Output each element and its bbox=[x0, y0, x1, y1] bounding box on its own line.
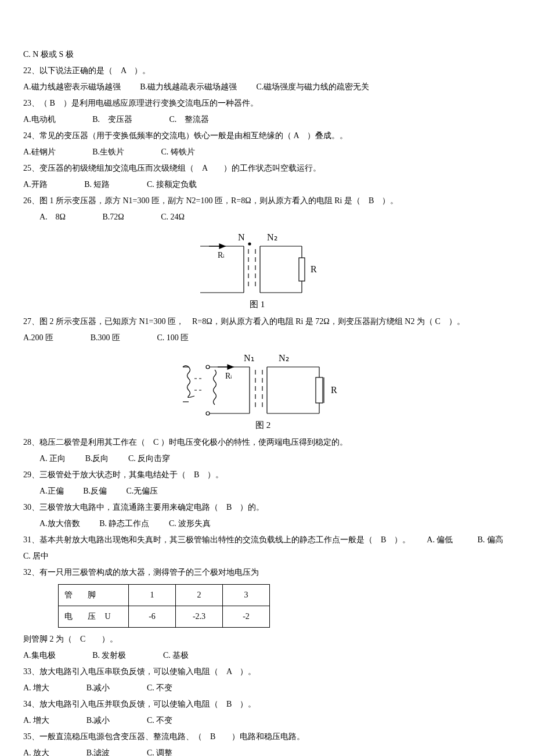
fig2-n2-label: N₂ bbox=[279, 353, 289, 363]
q30-stem: 30、三极管放大电路中，直流通路主要用来确定电路（ B ）的。 bbox=[23, 499, 511, 516]
q23-c: C. 整流器 bbox=[169, 115, 209, 124]
q35-b: B.滤波 bbox=[86, 748, 110, 756]
fig2-caption: 图 2 bbox=[255, 420, 270, 430]
q24-options: A.硅钢片 B.生铁片 C. 铸铁片 bbox=[23, 144, 511, 160]
q27-b: B.300 匝 bbox=[91, 333, 120, 342]
fig1-ri-label: Rᵢ bbox=[218, 251, 225, 260]
q25-options: A.开路 B. 短路 C. 接额定负载 bbox=[23, 177, 511, 193]
q28-stem: 28、稳压二极管是利用其工作在（ C ）时电压变化极小的特性，使两端电压得到稳定… bbox=[23, 434, 511, 451]
q26-b: B.72Ω bbox=[103, 213, 124, 221]
figure-2: N₁ N₂ Rᵢ R 图 2 bbox=[174, 350, 360, 431]
q32-stem: 32、有一只用三极管构成的放大器，测得管子的三个极对地电压为 bbox=[23, 564, 511, 581]
q22-a: A.磁力线越密表示磁场越强 bbox=[23, 82, 121, 91]
q34-c: C. 不变 bbox=[147, 716, 172, 725]
q22-c: C.磁场强度与磁力线的疏密无关 bbox=[256, 82, 369, 91]
table-header-2: 2 bbox=[176, 585, 223, 606]
fig1-n2-label: N₂ bbox=[267, 232, 277, 242]
q27-options: A.200 匝 B.300 匝 C. 100 匝 bbox=[23, 330, 511, 346]
q24-stem: 24、常见的变压器（用于变换低频率的交流电）铁心一般是由相互绝缘的（ A ）叠成… bbox=[23, 128, 511, 144]
q25-a: A.开路 bbox=[23, 180, 48, 189]
table-cell-1: -6 bbox=[129, 606, 176, 628]
q33-b: B.减小 bbox=[86, 683, 110, 692]
q35-stem: 35、一般直流稳压电源包含变压器、整流电路、（ B ）电路和稳压电路。 bbox=[23, 729, 511, 745]
q30-a: A.放大倍数 bbox=[39, 519, 80, 528]
svg-point-19 bbox=[206, 412, 210, 415]
fig1-caption: 图 1 bbox=[250, 300, 265, 309]
fig2-r-label: R bbox=[331, 385, 337, 395]
q23-options: A.电动机 B. 变压器 C. 整流器 bbox=[23, 111, 511, 128]
q26-c: C. 24Ω bbox=[161, 213, 185, 221]
q32-b: B. 发射极 bbox=[92, 651, 126, 660]
q23-a: A.电动机 bbox=[23, 115, 56, 124]
q25-b: B. 短路 bbox=[84, 180, 110, 189]
q26-a: A. 8Ω bbox=[39, 213, 66, 221]
q32-options: A.集电极 B. 发射极 C. 基极 bbox=[23, 647, 511, 664]
q27-c: C. 100 匝 bbox=[157, 333, 189, 342]
q24-a: A.硅钢片 bbox=[23, 147, 56, 156]
svg-rect-12 bbox=[299, 258, 305, 281]
q32-a: A.集电极 bbox=[23, 651, 56, 660]
q35-options: A. 放大 B.滤波 C. 调整 bbox=[23, 745, 511, 756]
q32-tail: 则管脚 2 为（ C ）。 bbox=[23, 631, 511, 647]
fig2-n1-label: N₁ bbox=[244, 353, 254, 363]
table-cell-3: -2 bbox=[223, 606, 270, 628]
q26-options: A. 8Ω B.72Ω C. 24Ω bbox=[23, 209, 511, 225]
q26-stem: 26、图 1 所示变压器，原方 N1=300 匝，副方 N2=100 匝，R=8… bbox=[23, 193, 511, 209]
q33-c: C. 不变 bbox=[147, 683, 172, 692]
q34-b: B.减小 bbox=[86, 716, 110, 725]
q28-b: B.反向 bbox=[85, 454, 109, 463]
q21-option-c: C. N 极或 S 极 bbox=[23, 46, 511, 63]
svg-marker-23 bbox=[228, 365, 233, 369]
svg-point-5 bbox=[248, 243, 251, 245]
q22-stem: 22、以下说法正确的是（ A ）。 bbox=[23, 63, 511, 79]
q25-stem: 25、变压器的初级绕组加交流电压而次级绕组（ A ）的工作状态叫空载运行。 bbox=[23, 160, 511, 177]
q35-a: A. 放大 bbox=[23, 748, 49, 756]
q30-b: B. 静态工作点 bbox=[99, 519, 149, 528]
q25-c: C. 接额定负载 bbox=[147, 180, 197, 189]
q29-stem: 29、三极管处于放大状态时，其集电结处于（ B ）。 bbox=[23, 467, 511, 483]
q28-c: C. 反向击穿 bbox=[128, 454, 170, 463]
table-header-3: 3 bbox=[223, 585, 270, 606]
q30-options: A.放大倍数 B. 静态工作点 C. 波形失真 bbox=[23, 516, 511, 532]
q24-c: C. 铸铁片 bbox=[161, 147, 194, 156]
q34-options: A. 增大 B.减小 C. 不变 bbox=[23, 712, 511, 729]
table-header-1: 1 bbox=[129, 585, 176, 606]
svg-marker-3 bbox=[219, 244, 225, 249]
q33-a: A. 增大 bbox=[23, 683, 49, 692]
q29-b: B.反偏 bbox=[83, 487, 107, 495]
q31-stem: 31、基本共射放大电路出现饱和失真时，其三极管输出特性的交流负载线上的静态工作点… bbox=[23, 532, 511, 564]
svg-point-18 bbox=[206, 365, 210, 369]
q24-b: B.生铁片 bbox=[92, 147, 124, 156]
q28-options: A. 正向 B.反向 C. 反向击穿 bbox=[23, 451, 511, 467]
q23-stem: 23、（ B ）是利用电磁感应原理进行变换交流电压的一种器件。 bbox=[23, 95, 511, 111]
table-header-pin: 管 脚 bbox=[59, 585, 129, 606]
q32-c: C. 基极 bbox=[163, 651, 189, 660]
table-cell-2: -2.3 bbox=[176, 606, 223, 628]
table-row-voltage-label: 电 压 U bbox=[59, 606, 129, 628]
q27-a: A.200 匝 bbox=[23, 333, 53, 342]
q22-options: A.磁力线越密表示磁场越强 B.磁力线越疏表示磁场越强 C.磁场强度与磁力线的疏… bbox=[23, 79, 511, 95]
q34-a: A. 增大 bbox=[23, 716, 49, 725]
q33-stem: 33、放大电路引入电压串联负反馈，可以使输入电阻（ A ）。 bbox=[23, 664, 511, 680]
fig2-ri-label: Rᵢ bbox=[225, 372, 232, 380]
q22-b: B.磁力线越疏表示磁场越强 bbox=[140, 82, 237, 91]
q34-stem: 34、放大电路引入电压并联负反馈，可以使输入电阻（ B ）。 bbox=[23, 696, 511, 712]
q32-table: 管 脚 1 2 3 电 压 U -6 -2.3 -2 bbox=[58, 584, 270, 628]
q28-a: A. 正向 bbox=[39, 454, 66, 463]
q23-b: B. 变压器 bbox=[92, 115, 132, 124]
q35-c: C. 调整 bbox=[147, 748, 172, 756]
figure-1: N N₂ Rᵢ R 图 1 bbox=[186, 229, 348, 310]
fig1-r-label: R bbox=[311, 264, 317, 274]
q27-stem: 27、图 2 所示变压器，已知原方 N1=300 匝， R=8Ω，则从原方看入的… bbox=[23, 314, 511, 330]
svg-rect-31 bbox=[316, 377, 323, 403]
fig1-n-label: N bbox=[238, 232, 245, 242]
q29-c: C.无偏压 bbox=[126, 487, 158, 495]
q29-a: A.正偏 bbox=[39, 487, 64, 495]
q30-c: C. 波形失真 bbox=[169, 519, 211, 528]
q33-options: A. 增大 B.减小 C. 不变 bbox=[23, 680, 511, 696]
q29-options: A.正偏 B.反偏 C.无偏压 bbox=[23, 483, 511, 499]
